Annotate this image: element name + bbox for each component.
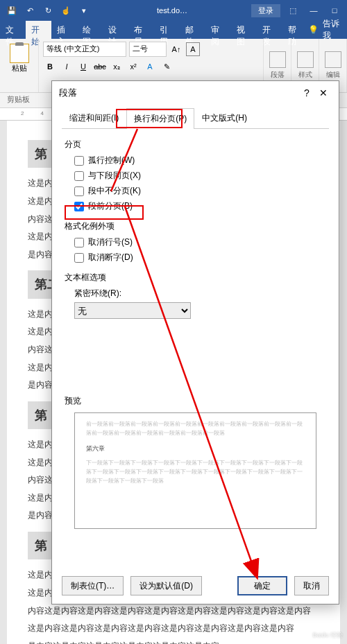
keep-with-next-checkbox[interactable]: 与下段同页(X) [74,170,326,182]
paste-label: 粘贴 [12,63,27,73]
editing-label: 编辑 [326,70,340,80]
body-text: 是内容这是内容这是内容这是内容这是内容这是内容 [28,639,319,644]
font-size-select[interactable]: 二号 [129,42,167,57]
keep-lines-together-input[interactable] [74,186,84,196]
tab-chinese-typography[interactable]: 中文版式(H) [194,107,255,128]
tab-mailings[interactable]: 邮件 [180,21,205,39]
dialog-footer: 制表位(T)… 设为默认值(D) 确定 取消 [52,568,339,604]
tab-file[interactable]: 文件 [0,21,26,39]
maximize-icon[interactable]: □ [325,6,344,15]
superscript-icon[interactable]: x² [126,60,140,73]
page-break-before-checkbox[interactable]: 段前分页(B) [74,200,326,212]
dialog-tabs: 缩进和间距(I) 换行和分页(P) 中文版式(H) [62,107,329,129]
set-default-button[interactable]: 设为默认值(D) [130,576,202,595]
preview-before-text: 前一段落前一段落前一段落前一段落前一段落前一段落前一段落前一段落前一段落前一段落… [86,420,305,438]
tab-review[interactable]: 审阅 [205,21,231,39]
subscript-icon[interactable]: x₂ [110,60,124,73]
qat-dropdown-icon[interactable]: ▾ [76,3,92,18]
ok-button[interactable]: 确定 [237,576,287,595]
tab-help[interactable]: 帮助 [282,21,308,39]
text-effects-icon[interactable]: A [143,60,157,73]
document-title: test.do… [96,6,248,15]
paragraph-dialog: 段落 ? ✕ 缩进和间距(I) 换行和分页(P) 中文版式(H) 分页 孤行控制… [51,80,339,604]
styles-icon [297,51,314,68]
titlebar: 💾 ↶ ↻ ☝ ▾ test.do… 登录 ⬚ — □ [0,0,347,21]
font-name-select[interactable]: 等线 (中文正文) [43,42,126,57]
underline-icon[interactable]: U [76,60,90,73]
preview-current-text: 第六章 [86,444,305,453]
page-break-before-input[interactable] [74,202,84,211]
undo-icon[interactable]: ↶ [22,3,37,18]
format-exceptions-label: 格式化例外项 [65,220,326,232]
cancel-button[interactable]: 取消 [294,576,329,595]
lightbulb-icon[interactable]: 💡 [308,25,319,35]
bold-icon[interactable]: B [43,60,57,73]
tight-wrap-select[interactable]: 无 [74,302,191,319]
paragraph-icon [269,51,286,68]
login-button[interactable]: 登录 [251,4,280,17]
tab-references[interactable]: 引用 [154,21,180,39]
save-icon[interactable]: 💾 [4,3,19,18]
heading: 第 [28,401,54,429]
tab-developer[interactable]: 开发 [257,21,282,39]
textbox-options-label: 文本框选项 [65,272,326,284]
ribbon-tabs: 文件 开始 插入 绘图 设计 布局 引用 邮件 审阅 视图 开发 帮助 💡 告诉… [0,21,347,39]
body-text: 内容这是内容这是内容这是内容这是内容这是内容这是内容这是内容这是内容 [28,604,319,619]
dont-hyphenate-checkbox[interactable]: 取消断字(D) [74,252,326,263]
highlight-icon[interactable]: ✎ [160,60,174,73]
suppress-line-numbers-checkbox[interactable]: 取消行号(S) [74,236,326,248]
paste-icon [10,44,29,63]
widow-control-label: 孤行控制(W) [88,155,135,166]
redo-icon[interactable]: ↻ [40,3,56,18]
watermark: Baidu 经验 [312,631,343,640]
preview-after-text: 下一段落下一段落下一段落下一段落下一段落下一段落下一段落下一段落下一段落下一段落… [86,459,305,485]
ribbon-options-icon[interactable]: ⬚ [283,6,303,15]
character-border-icon[interactable]: A [186,42,200,56]
paragraph-label: 段落 [271,70,285,80]
group-clipboard: 粘贴 [0,39,39,92]
heading: 第 [28,532,54,559]
tabs-button[interactable]: 制表位(T)… [62,576,124,595]
heading: 第 [28,140,54,168]
preview-box: 前一段落前一段落前一段落前一段落前一段落前一段落前一段落前一段落前一段落前一段落… [74,412,316,529]
italic-icon[interactable]: I [60,60,74,73]
keep-with-next-label: 与下段同页(X) [88,170,141,182]
editing-icon [325,51,341,68]
tab-layout[interactable]: 布局 [128,21,154,39]
touch-icon[interactable]: ☝ [58,3,74,18]
keep-lines-together-label: 段中不分页(K) [88,185,141,197]
dialog-body: 分页 孤行控制(W) 与下段同页(X) 段中不分页(K) 段前分页(B) 格式化… [52,129,339,568]
paste-button[interactable]: 粘贴 [6,42,33,75]
page-break-before-label: 段前分页(B) [88,200,133,212]
dont-hyphenate-input[interactable] [74,253,84,263]
suppress-line-numbers-label: 取消行号(S) [88,236,133,248]
styles-label: 样式 [298,70,312,80]
widow-control-input[interactable] [74,156,84,166]
suppress-line-numbers-input[interactable] [74,238,84,247]
keep-lines-together-checkbox[interactable]: 段中不分页(K) [74,185,326,197]
tight-wrap-label: 紧密环绕(R): [74,288,326,299]
help-icon[interactable]: ? [298,87,315,98]
body-text: 这是内容这是内容这是内容这是内容这是内容这是内容这是内容这是内容 [28,621,319,636]
close-icon[interactable]: ✕ [315,87,332,98]
preview-label: 预览 [65,395,326,407]
tab-design[interactable]: 设计 [103,21,128,39]
tab-view[interactable]: 视图 [231,21,257,39]
dialog-titlebar[interactable]: 段落 ? ✕ [52,81,339,105]
tell-me[interactable]: 告诉我 [323,18,343,42]
pagination-section-label: 分页 [65,139,326,150]
minimize-icon[interactable]: — [304,6,323,15]
grow-font-icon[interactable]: A↑ [169,42,183,56]
widow-control-checkbox[interactable]: 孤行控制(W) [74,155,326,166]
dont-hyphenate-label: 取消断字(D) [88,252,133,263]
dialog-title: 段落 [59,87,77,99]
tab-home[interactable]: 开始 [26,21,51,39]
tab-line-page-breaks[interactable]: 换行和分页(P) [126,108,194,129]
tab-insert[interactable]: 插入 [51,21,77,39]
tab-draw[interactable]: 绘图 [77,21,103,39]
quick-access-toolbar: 💾 ↶ ↻ ☝ ▾ [0,3,96,18]
tab-indent-spacing[interactable]: 缩进和间距(I) [62,107,126,128]
strike-icon[interactable]: abc [93,60,107,73]
keep-with-next-input[interactable] [74,171,84,181]
